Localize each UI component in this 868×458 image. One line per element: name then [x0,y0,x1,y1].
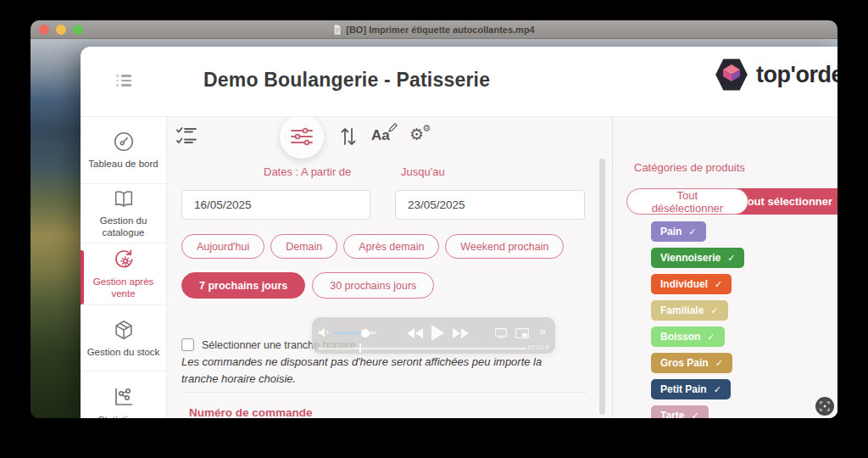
video-player-controls: » 8720 F [312,317,555,354]
display-icon [495,328,507,338]
quick-btn-aujourdhui[interactable]: Aujourd'hui [181,234,264,259]
sidebar-item-tableau-de-bord[interactable]: Tableau de bord [81,117,166,184]
window-titlebar[interactable]: [BO] Imprimer étiquette autocollantes.mp… [31,20,837,39]
pip-button[interactable] [515,328,529,338]
order-number-label: Numéro de commande [189,406,313,418]
check-icon: ✓ [727,253,735,264]
filter-sliders-icon [291,127,313,146]
categories-panel: Catégories de produits Tout désélectionn… [612,117,837,418]
date-from-label: Dates : A partir de [264,165,351,178]
quick-btn-7-jours[interactable]: 7 prochains jours [181,272,305,299]
rewind-button[interactable] [407,328,423,338]
traffic-lights [39,25,83,35]
sort-arrows-button[interactable] [337,124,359,153]
filter-sliders-button[interactable] [280,114,324,159]
minimize-button[interactable] [56,25,66,35]
quick-date-row-1: Aujourd'hui Demain Après demain Weekend … [181,234,564,259]
rewind-icon [407,328,423,338]
quick-date-row-2: 7 prochains jours 30 prochains jours [181,272,434,299]
chip-pain[interactable]: Pain✓ [651,221,706,242]
category-chip-list: Pain✓ Viennoiserie✓ Individuel✓ Familial… [651,221,744,418]
screen-zoom-badge[interactable] [815,397,834,416]
sort-arrows-icon [337,124,359,149]
fast-forward-icon [453,328,469,338]
menu-list-icon[interactable] [116,75,131,87]
timeline-scrubber[interactable] [318,348,526,349]
app-header: Demo Boulangerie - Patisserie top'order [81,47,837,117]
volume-slider[interactable] [332,332,376,334]
sidebar-item-statistiques[interactable]: Statistiques [81,371,166,418]
check-icon: ✓ [691,411,698,419]
check-icon: ✓ [707,332,715,343]
sidebar-item-gestion-catalogue[interactable]: Gestion du catalogue [81,184,166,243]
more-controls-button[interactable]: » [539,323,546,338]
sidebar-item-gestion-stock[interactable]: Gestion du stock [81,305,166,371]
refresh-gear-icon [112,248,136,271]
speaker-icon [319,327,330,338]
text-size-button[interactable]: Aa [371,127,390,143]
settings-button[interactable]: ⚙ ⚙ [409,126,424,143]
picture-in-picture-icon [515,328,529,338]
chip-familiale[interactable]: Familiale✓ [651,300,728,321]
frame-counter: 8720 F [527,344,550,351]
macos-video-player-window: [BO] Imprimer étiquette autocollantes.mp… [31,20,837,418]
toporder-app-window: Demo Boulangerie - Patisserie top'order [81,47,837,418]
quick-btn-30-jours[interactable]: 30 prochains jours [312,272,434,299]
playhead[interactable] [359,344,361,353]
quick-btn-demain[interactable]: Demain [270,234,337,259]
check-icon: ✓ [714,384,721,395]
sidebar-nav: Tableau de bord Gestion du catalogue [81,117,167,418]
book-icon [112,188,136,210]
checklist-icon [175,126,198,148]
page-title: Demo Boulangerie - Patisserie [203,69,490,92]
check-icon: ✓ [688,226,696,237]
window-title: [BO] Imprimer étiquette autocollantes.mp… [346,25,534,35]
gauge-icon [112,130,136,154]
chip-gros-pain[interactable]: Gros Pain✓ [651,353,732,373]
window-title-group: [BO] Imprimer étiquette autocollantes.mp… [333,25,534,35]
timeslot-note: Les commandes ne disposant pas d'heure s… [181,354,573,388]
chip-boisson[interactable]: Boisson✓ [651,327,725,347]
check-icon: ✓ [715,279,722,290]
pencil-icon [388,123,398,132]
play-icon [431,325,444,341]
toporder-logo-icon [715,58,748,92]
stats-icon [111,384,136,410]
chip-viennoiserie[interactable]: Viennoiserie✓ [651,248,744,268]
chip-petit-pain[interactable]: Petit Pain✓ [651,379,731,399]
select-all-segmented-control: Tout désélectionner Tout sélectionner [626,188,837,215]
categories-title: Catégories de produits [634,161,745,174]
fast-forward-button[interactable] [453,328,469,338]
quick-btn-weekend-prochain[interactable]: Weekend prochain [445,234,564,259]
date-from-input[interactable] [181,190,370,220]
play-button[interactable] [431,325,444,341]
check-icon: ✓ [715,358,723,369]
volume-button[interactable] [319,327,330,338]
deselect-all-button[interactable]: Tout désélectionner [626,188,748,215]
video-content: Demo Boulangerie - Patisserie top'order [31,39,837,418]
section-divider [181,392,587,393]
brand-logo: top'order [715,58,837,92]
quick-btn-apres-demain[interactable]: Après demain [343,234,439,259]
check-icon: ✓ [710,305,718,316]
brand-name: top'order [756,62,837,88]
volume-slider-knob[interactable] [361,329,370,338]
text-size-icon: Aa [371,127,390,143]
screen-corners-icon [820,401,830,411]
date-to-input[interactable] [395,190,585,220]
sidebar-item-gestion-apres-vente[interactable]: Gestion après vente [81,243,166,305]
chip-tarte[interactable]: Tarte✓ [651,405,709,418]
display-button[interactable] [495,328,507,338]
content-toolbar: Aa ⚙ ⚙ [167,117,837,161]
fullscreen-button[interactable] [73,25,83,35]
chip-individuel[interactable]: Individuel✓ [651,274,732,294]
select-all-button[interactable]: Tout sélectionner [737,188,837,215]
package-icon [112,318,136,342]
screen: [BO] Imprimer étiquette autocollantes.mp… [0,0,868,458]
date-to-label: Jusqu'au [401,165,445,178]
checklist-button[interactable] [175,126,198,151]
document-icon [333,25,342,35]
vertical-scrollbar[interactable] [599,159,605,415]
timeslot-checkbox[interactable] [181,338,194,351]
close-button[interactable] [39,25,49,35]
